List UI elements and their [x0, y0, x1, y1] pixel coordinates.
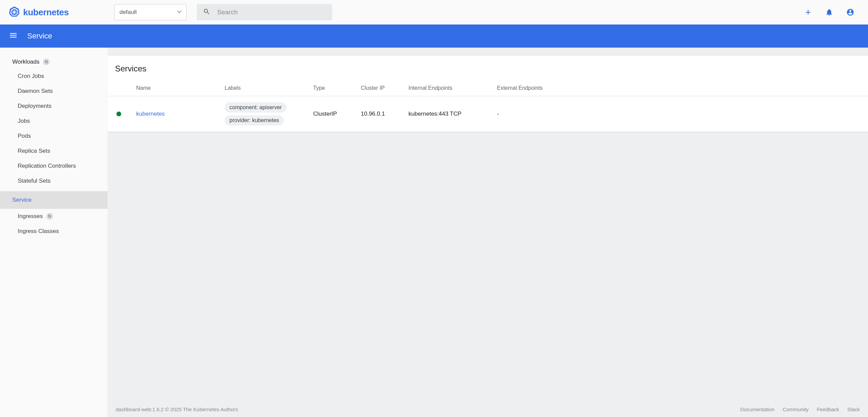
badge-new: N — [46, 213, 53, 220]
card-title: Services — [108, 56, 868, 81]
topbar-actions — [804, 8, 854, 16]
namespace-select[interactable]: default — [114, 4, 187, 20]
services-card: Services Name Labels Type Cluster IP Int… — [108, 56, 868, 132]
sidebar-item-label: Pods — [18, 133, 31, 139]
chevron-down-icon — [177, 9, 181, 16]
account-circle-icon[interactable] — [846, 8, 854, 16]
col-labels[interactable]: Labels — [221, 81, 309, 96]
badge-new: N — [43, 59, 50, 65]
sidebar-item-label: Deployments — [18, 103, 51, 110]
cell-internal-endpoints: kubernetes:443 TCP — [404, 96, 493, 132]
sidebar-item-label: Jobs — [18, 118, 30, 124]
sidebar-item-label: Daemon Sets — [18, 88, 53, 95]
search-box[interactable] — [197, 4, 332, 20]
sidebar-heading-label: Service — [12, 197, 32, 203]
sidebar-item-cron-jobs[interactable]: Cron Jobs — [0, 69, 108, 84]
col-internal-endpoints[interactable]: Internal Endpoints — [404, 81, 493, 96]
sidebar-item-label: Ingresses — [18, 213, 43, 220]
col-cluster-ip[interactable]: Cluster IP — [357, 81, 404, 96]
sidebar-item-label: Stateful Sets — [18, 178, 50, 184]
product-logo[interactable]: kubernetes — [9, 6, 111, 18]
service-name-link[interactable]: kubernetes — [136, 111, 165, 117]
notifications-icon[interactable] — [825, 8, 833, 16]
col-name[interactable]: Name — [132, 81, 221, 96]
menu-icon[interactable] — [6, 28, 20, 44]
sidebar-item-label: Cron Jobs — [18, 73, 44, 80]
services-table: Name Labels Type Cluster IP Internal End… — [108, 81, 868, 132]
search-icon — [203, 8, 210, 17]
sidebar: Workloads N Cron Jobs Daemon Sets Deploy… — [0, 48, 108, 417]
main-content: Services Name Labels Type Cluster IP Int… — [108, 48, 868, 417]
namespace-selected-value: default — [119, 9, 137, 16]
sidebar-item-ingresses[interactable]: Ingresses N — [0, 209, 108, 224]
label-chip: provider: kubernetes — [225, 115, 284, 126]
sidebar-item-deployments[interactable]: Deployments — [0, 99, 108, 114]
page-title: Service — [27, 32, 52, 40]
label-chip: component: apiserver — [225, 102, 287, 113]
footer-link-documentation[interactable]: Documentation — [740, 406, 775, 412]
kubernetes-logo-icon — [9, 6, 20, 18]
footer-version: dashboard-web:1.6.2 © 2025 The Kubernete… — [116, 406, 238, 412]
sidebar-item-replica-sets[interactable]: Replica Sets — [0, 144, 108, 159]
cell-type: ClusterIP — [309, 96, 357, 132]
cell-cluster-ip: 10.96.0.1 — [357, 96, 404, 132]
topbar: kubernetes default — [0, 0, 868, 24]
sidebar-item-replication-controllers[interactable]: Replication Controllers — [0, 159, 108, 173]
col-type[interactable]: Type — [309, 81, 357, 96]
sidebar-item-label: Ingress Classes — [18, 228, 59, 235]
status-ok-icon — [116, 112, 121, 116]
col-external-endpoints[interactable]: External Endpoints — [493, 81, 868, 96]
table-row[interactable]: kubernetes component: apiserver provider… — [108, 96, 868, 132]
sidebar-heading-service[interactable]: Service — [0, 191, 108, 209]
sidebar-item-label: Replica Sets — [18, 148, 50, 154]
sidebar-item-ingress-classes[interactable]: Ingress Classes — [0, 224, 108, 239]
footer-link-slack[interactable]: Slack — [847, 406, 860, 412]
sidebar-item-stateful-sets[interactable]: Stateful Sets — [0, 173, 108, 188]
sidebar-heading-workloads[interactable]: Workloads N — [0, 55, 108, 69]
add-icon[interactable] — [804, 8, 812, 16]
product-name: kubernetes — [23, 7, 69, 18]
table-header-row: Name Labels Type Cluster IP Internal End… — [108, 81, 868, 96]
sidebar-item-pods[interactable]: Pods — [0, 129, 108, 144]
sidebar-item-daemon-sets[interactable]: Daemon Sets — [0, 84, 108, 99]
cell-external-endpoints: - — [493, 96, 868, 132]
page-header-bar: Service — [0, 24, 868, 48]
sidebar-heading-label: Workloads — [12, 59, 39, 65]
footer-link-community[interactable]: Community — [783, 406, 809, 412]
search-input[interactable] — [217, 9, 326, 16]
footer: dashboard-web:1.6.2 © 2025 The Kubernete… — [108, 402, 868, 417]
footer-link-feedback[interactable]: Feedback — [817, 406, 839, 412]
sidebar-item-jobs[interactable]: Jobs — [0, 114, 108, 129]
footer-links: Documentation Community Feedback Slack — [740, 406, 860, 412]
sidebar-item-label: Replication Controllers — [18, 163, 76, 169]
